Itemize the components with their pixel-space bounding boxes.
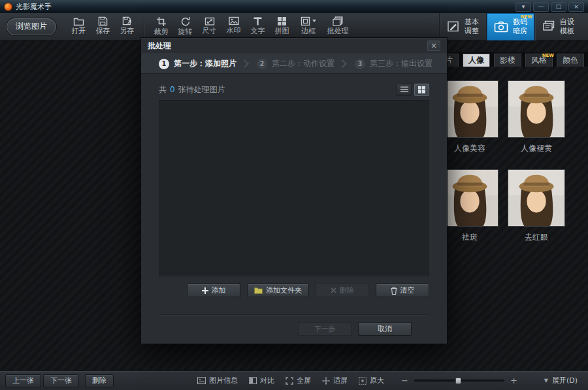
trash-icon bbox=[391, 287, 397, 295]
fullscreen-button[interactable]: 全屏 bbox=[286, 376, 311, 385]
save-as-button[interactable]: 另存 bbox=[115, 14, 139, 40]
minimize-button[interactable]: — bbox=[533, 2, 549, 12]
preset-remove-spots[interactable]: 祛斑 bbox=[441, 169, 498, 242]
count-row: 共 0 张待处理图片 bbox=[159, 79, 429, 100]
tab-studio[interactable]: 影楼 bbox=[494, 54, 521, 67]
add-button[interactable]: 添加 bbox=[187, 284, 240, 297]
compare-icon bbox=[249, 377, 257, 384]
zoom-control: − + bbox=[401, 376, 517, 385]
batch-button[interactable]: 批处理 bbox=[323, 14, 353, 40]
new-badge: NEW bbox=[542, 53, 554, 58]
grid-view-button[interactable] bbox=[414, 84, 429, 96]
watermark-icon bbox=[229, 16, 239, 25]
collage-button[interactable]: 拼图 bbox=[270, 14, 294, 40]
zoom-slider-thumb[interactable] bbox=[455, 378, 461, 384]
digital-darkroom-button[interactable]: NEW 数码暗房 bbox=[486, 13, 534, 41]
preset-portrait-beauty[interactable]: 人像美容 bbox=[441, 80, 498, 154]
rotate-button[interactable]: 旋转 bbox=[173, 14, 197, 40]
image-info-button[interactable]: 图片信息 bbox=[197, 376, 238, 385]
titlebar: 光影魔术手 ▾ — □ × bbox=[0, 0, 588, 13]
basic-adjust-button[interactable]: 基本调整 bbox=[439, 13, 486, 41]
preset-remove-redeye[interactable]: 去红眼 bbox=[508, 169, 565, 242]
text-button[interactable]: 文字 bbox=[246, 14, 270, 40]
image-info-icon bbox=[197, 377, 206, 384]
dialog-footer: 下一步 取消 bbox=[159, 314, 429, 336]
zoom-slider[interactable] bbox=[414, 380, 504, 382]
delete-image-button[interactable]: 删除 bbox=[85, 374, 114, 387]
preset-thumbnails: 人像美容 人像褪黄 祛斑 去红眼 bbox=[441, 80, 565, 258]
dialog-title: 批处理 bbox=[148, 41, 171, 52]
dialog-titlebar: 批处理 × bbox=[141, 38, 447, 54]
maximize-button[interactable]: □ bbox=[551, 2, 566, 12]
compare-button[interactable]: 对比 bbox=[249, 376, 274, 385]
dialog-close-button[interactable]: × bbox=[427, 41, 440, 51]
count-prefix: 共 bbox=[159, 84, 167, 95]
step-arrow-icon bbox=[338, 59, 347, 68]
view-toggles bbox=[397, 84, 429, 96]
cancel-button[interactable]: 取消 bbox=[358, 322, 412, 336]
batch-process-dialog: 批处理 × 1 第一步：添加照片 2 第二步：动作设置 3 第三步：输出设置 共 bbox=[140, 37, 448, 344]
template-stack-icon bbox=[542, 20, 555, 33]
list-view-button[interactable] bbox=[397, 84, 412, 96]
new-badge: NEW bbox=[521, 14, 532, 20]
chevron-down-icon bbox=[312, 20, 316, 22]
zoom-out-button[interactable]: − bbox=[401, 376, 408, 385]
step-2-action-settings[interactable]: 2 第二步：动作设置 bbox=[257, 58, 335, 69]
camera-icon bbox=[494, 21, 508, 33]
add-folder-button[interactable]: 添加文件夹 bbox=[247, 284, 309, 297]
mode-buttons: 基本调整 NEW 数码暗房 自设模板 bbox=[439, 13, 581, 41]
frame-icon bbox=[301, 16, 310, 26]
next-step-button[interactable]: 下一步 bbox=[298, 322, 351, 336]
resize-button[interactable]: 尺寸 bbox=[197, 14, 221, 40]
rotate-icon bbox=[180, 16, 191, 27]
fullscreen-icon bbox=[286, 377, 293, 385]
remove-button[interactable]: 删除 bbox=[316, 284, 369, 297]
close-button[interactable]: × bbox=[568, 2, 584, 12]
zoom-in-button[interactable]: + bbox=[510, 376, 517, 385]
fit-screen-button[interactable]: 适屏 bbox=[322, 376, 348, 385]
resize-icon bbox=[204, 16, 215, 26]
open-button[interactable]: 打开 bbox=[67, 14, 91, 40]
next-image-button[interactable]: 下一张 bbox=[43, 374, 79, 387]
batch-icon bbox=[333, 16, 343, 26]
crop-icon bbox=[156, 16, 167, 27]
original-size-icon bbox=[359, 377, 367, 385]
watermark-button[interactable]: 水印 bbox=[221, 14, 246, 40]
tab-portrait[interactable]: 人像 bbox=[463, 54, 490, 67]
grid-view-icon bbox=[418, 86, 425, 93]
step-arrow-icon bbox=[240, 59, 249, 68]
frame-button[interactable]: 边框 bbox=[294, 14, 323, 40]
clear-button[interactable]: 清空 bbox=[376, 284, 429, 297]
prev-image-button[interactable]: 上一张 bbox=[5, 374, 41, 387]
original-size-button[interactable]: 原大 bbox=[359, 376, 384, 385]
collage-icon bbox=[277, 16, 287, 26]
step-3-output-settings[interactable]: 3 第三步：输出设置 bbox=[355, 58, 433, 69]
folder-icon bbox=[254, 287, 263, 294]
tab-color[interactable]: 颜色 bbox=[557, 54, 584, 67]
preset-portrait-deyellow[interactable]: 人像褪黄 bbox=[508, 80, 565, 154]
browse-images-button[interactable]: 浏览图片 bbox=[7, 18, 56, 35]
app-logo-icon bbox=[4, 3, 12, 11]
save-button[interactable]: 保存 bbox=[91, 14, 115, 40]
statusbar: 上一张 下一张 删除 图片信息 对比 全屏 适屏 原大 bbox=[0, 370, 588, 390]
expand-panel-button[interactable]: ▼ 展开(D) bbox=[544, 376, 583, 385]
plus-icon bbox=[202, 287, 208, 294]
x-icon bbox=[331, 287, 336, 293]
save-icon bbox=[98, 16, 108, 26]
app-window: 光影魔术手 ▾ — □ × 浏览图片 打开 保存 另存 裁剪 旋转 bbox=[0, 0, 588, 390]
crop-button[interactable]: 裁剪 bbox=[149, 14, 173, 40]
list-action-buttons: 添加 添加文件夹 删除 清空 bbox=[159, 284, 429, 297]
tab-style[interactable]: NEW风格 bbox=[525, 54, 553, 67]
preset-thumbnail-image bbox=[441, 80, 498, 138]
step-1-add-photos[interactable]: 1 第一步：添加照片 bbox=[159, 58, 237, 69]
menu-dropdown-button[interactable]: ▾ bbox=[515, 2, 531, 12]
count-suffix: 张待处理图片 bbox=[178, 84, 225, 95]
toolbar-separator bbox=[144, 17, 144, 37]
toolbar: 浏览图片 打开 保存 另存 裁剪 旋转 尺寸 水印 bbox=[0, 13, 588, 41]
step-indicator: 1 第一步：添加照片 2 第二步：动作设置 3 第三步：输出设置 bbox=[141, 54, 447, 74]
custom-template-button[interactable]: 自设模板 bbox=[534, 13, 581, 41]
pending-count: 0 bbox=[170, 85, 175, 94]
adjust-sliders-icon bbox=[447, 20, 460, 33]
pending-images-list[interactable] bbox=[159, 100, 429, 276]
folder-open-icon bbox=[73, 16, 84, 26]
